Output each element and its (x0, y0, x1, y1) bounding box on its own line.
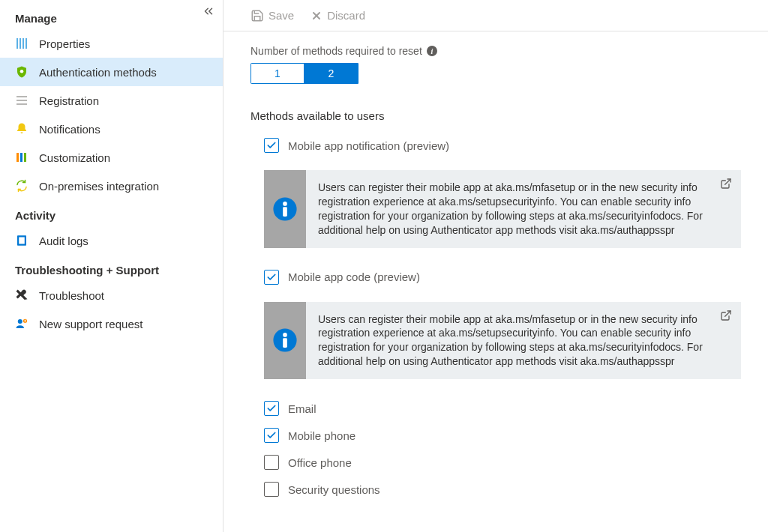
sidebar-item-customization[interactable]: Customization (0, 143, 223, 172)
method-security-questions: Security questions (264, 478, 741, 501)
popout-button[interactable] (720, 178, 732, 192)
sidebar-section-troubleshooting: Troubleshooting + Support (0, 255, 223, 281)
method-label: Security questions (288, 483, 380, 496)
info-box-mobile-app-code: Users can register their mobile app at a… (264, 302, 741, 380)
sidebar-item-label: On-premises integration (39, 180, 159, 193)
sidebar-item-label: Customization (39, 151, 110, 164)
methods-available-label: Methods available to users (250, 109, 741, 122)
svg-rect-25 (283, 339, 287, 348)
sidebar-item-label: Properties (39, 37, 90, 50)
info-icon-column (264, 170, 306, 248)
bell-icon (15, 122, 28, 136)
svg-rect-12 (19, 238, 25, 244)
sidebar-item-audit-logs[interactable]: Audit logs (0, 226, 223, 255)
main-panel: Save Discard Number of methods required … (224, 0, 768, 532)
sidebar: Manage Properties Authentication methods… (0, 0, 224, 532)
svg-rect-1 (20, 38, 21, 49)
checkbox-email[interactable] (264, 401, 279, 416)
sidebar-item-registration[interactable]: Registration (0, 86, 223, 115)
save-button[interactable]: Save (250, 9, 294, 22)
popout-icon (720, 309, 732, 321)
sidebar-section-activity: Activity (0, 200, 223, 226)
checkbox-mobile-phone[interactable] (264, 428, 279, 443)
svg-rect-10 (24, 153, 26, 162)
method-mobile-phone: Mobile phone (264, 424, 741, 447)
method-mobile-app-code: Mobile app code (preview) (264, 266, 741, 288)
svg-rect-2 (22, 38, 24, 49)
sidebar-item-authentication-methods[interactable]: Authentication methods (0, 58, 223, 86)
svg-rect-9 (20, 153, 22, 162)
properties-icon (15, 37, 28, 50)
check-icon (266, 430, 277, 441)
popout-icon (720, 178, 732, 190)
method-label: Mobile app notification (preview) (288, 139, 449, 152)
collapse-sidebar-button[interactable] (202, 4, 215, 20)
sync-icon (15, 179, 28, 193)
toolbar: Save Discard (224, 0, 768, 31)
info-icon (272, 327, 298, 353)
info-icon-column (264, 302, 306, 380)
palette-icon (15, 151, 28, 164)
discard-button[interactable]: Discard (310, 9, 365, 22)
check-icon (266, 140, 277, 151)
info-box-mobile-app-notification: Users can register their mobile app at a… (264, 170, 741, 248)
info-text: Users can register their mobile app at a… (306, 302, 741, 380)
list-icon (15, 94, 28, 107)
shield-icon (15, 65, 28, 79)
svg-rect-15 (25, 320, 26, 321)
method-label: Email (288, 402, 316, 415)
sidebar-item-label: Notifications (39, 123, 100, 136)
svg-line-22 (725, 179, 730, 184)
content-area: Number of methods required to reset i 1 … (224, 31, 768, 532)
save-icon (250, 9, 264, 22)
sidebar-item-label: Authentication methods (39, 66, 157, 79)
svg-rect-8 (16, 153, 19, 162)
svg-rect-3 (26, 38, 27, 49)
support-icon (15, 317, 28, 330)
method-label: Mobile app code (preview) (288, 270, 420, 283)
svg-rect-16 (25, 321, 26, 322)
method-office-phone: Office phone (264, 451, 741, 474)
svg-point-20 (283, 202, 287, 206)
sidebar-item-properties[interactable]: Properties (0, 29, 223, 58)
checkbox-mobile-app-notification[interactable] (264, 138, 279, 153)
methods-required-label: Number of methods required to reset i (250, 45, 741, 57)
sidebar-item-label: Audit logs (39, 235, 88, 247)
sidebar-item-troubleshoot[interactable]: Troubleshoot (0, 281, 223, 309)
methods-required-toggle: 1 2 (250, 63, 358, 84)
close-icon (310, 10, 322, 22)
sidebar-item-label: Registration (39, 94, 99, 107)
sidebar-item-label: New support request (39, 318, 142, 330)
check-icon (266, 403, 277, 414)
sidebar-item-label: Troubleshoot (39, 289, 104, 302)
tools-icon (15, 288, 28, 302)
svg-point-4 (20, 70, 24, 73)
method-email: Email (264, 397, 741, 420)
method-label: Mobile phone (288, 429, 356, 442)
svg-point-24 (283, 333, 287, 337)
checkbox-mobile-app-code[interactable] (264, 270, 279, 285)
discard-button-label: Discard (327, 9, 365, 22)
sidebar-section-manage: Manage (0, 3, 223, 29)
book-icon (15, 234, 28, 247)
app-root: Manage Properties Authentication methods… (0, 0, 768, 532)
popout-button[interactable] (720, 309, 732, 324)
method-label: Office phone (288, 456, 352, 469)
info-icon (272, 196, 298, 222)
svg-point-13 (18, 319, 22, 324)
info-icon[interactable]: i (427, 46, 437, 56)
svg-rect-21 (283, 207, 287, 217)
chevron-double-left-icon (202, 4, 215, 18)
info-text: Users can register their mobile app at a… (306, 170, 741, 248)
svg-rect-0 (16, 38, 18, 49)
methods-required-option-1[interactable]: 1 (250, 63, 304, 84)
checkbox-office-phone[interactable] (264, 455, 279, 470)
sidebar-item-on-premises-integration[interactable]: On-premises integration (0, 172, 223, 200)
method-mobile-app-notification: Mobile app notification (preview) (264, 134, 741, 157)
save-button-label: Save (268, 9, 294, 22)
sidebar-item-notifications[interactable]: Notifications (0, 115, 223, 143)
sidebar-item-new-support-request[interactable]: New support request (0, 309, 223, 338)
svg-line-26 (725, 311, 730, 316)
checkbox-security-questions[interactable] (264, 482, 279, 497)
methods-required-option-2[interactable]: 2 (304, 63, 358, 84)
